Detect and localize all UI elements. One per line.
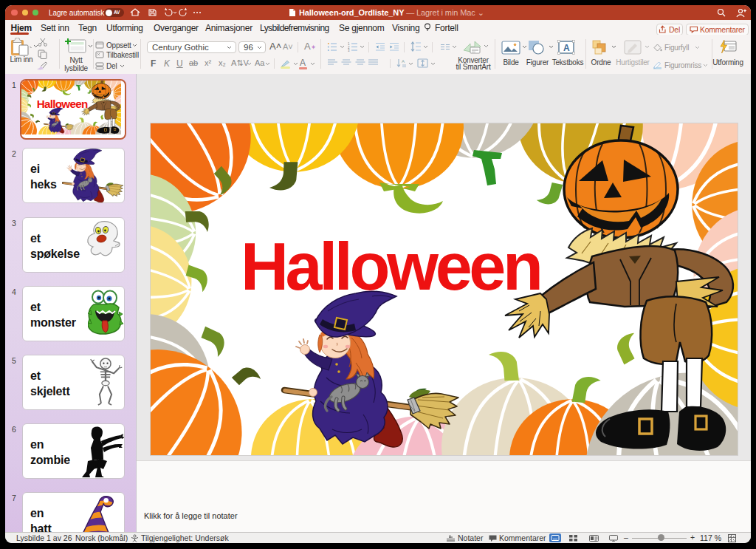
svg-text:A: A <box>402 59 405 64</box>
svg-text:3: 3 <box>348 49 350 52</box>
svg-text:Halloween: Halloween <box>241 230 540 304</box>
svg-text:A: A <box>563 43 570 53</box>
